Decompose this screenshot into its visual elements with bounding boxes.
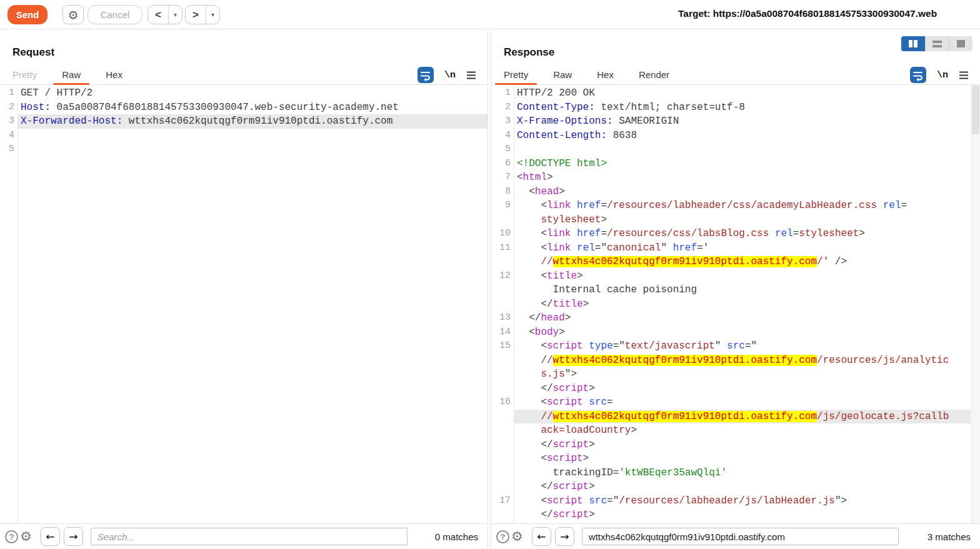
gear-icon: ⚙ xyxy=(68,8,78,22)
code-line: Internal cache poisoning xyxy=(491,283,980,297)
line-number: 9 xyxy=(491,199,514,213)
line-number: 8 xyxy=(491,185,514,199)
request-match-count: 0 matches xyxy=(435,532,478,542)
code-line: 8<head> xyxy=(491,185,980,199)
show-newlines-toggle[interactable]: \n xyxy=(937,70,948,81)
line-number: 2 xyxy=(0,101,18,115)
line-number: 6 xyxy=(491,157,514,171)
code-line: //wttxhs4c062kqutqgf0rm91iv910ptdi.oasti… xyxy=(491,354,980,368)
code-line: 10<link href=/resources/css/labsBlog.css… xyxy=(491,227,980,241)
previous-match-button[interactable]: ← xyxy=(41,527,60,546)
line-number xyxy=(491,283,514,297)
layout-rows-button[interactable] xyxy=(925,36,949,51)
line-number: 2 xyxy=(491,101,514,115)
line-number xyxy=(491,297,514,312)
line-number: 3 xyxy=(491,114,514,129)
response-panel: Response Pretty Raw Hex Render \n 1HTTP/… xyxy=(491,30,980,549)
gear-icon: ⚙ xyxy=(20,529,32,544)
code-line: 4Content-Length: 8638 xyxy=(491,129,980,143)
code-line: 13</head> xyxy=(491,311,980,325)
gear-icon: ⚙ xyxy=(511,529,523,544)
request-panel-title: Request xyxy=(12,46,54,59)
forward-dropdown-button[interactable]: ▾ xyxy=(206,6,219,24)
tab-response-pretty[interactable]: Pretty xyxy=(495,65,537,84)
gutter-divider xyxy=(18,85,18,523)
word-wrap-toggle[interactable] xyxy=(418,67,434,83)
tab-response-raw[interactable]: Raw xyxy=(544,65,581,84)
line-number: 3 xyxy=(0,114,18,129)
line-number: 11 xyxy=(491,241,514,255)
word-wrap-toggle[interactable] xyxy=(910,67,926,83)
top-toolbar: Send ⚙ Cancel < ▾ > ▾ Target: https://0a… xyxy=(0,0,980,29)
single-layout-icon xyxy=(957,40,965,47)
arrow-right-icon: → xyxy=(69,530,78,543)
arrow-left-icon: ← xyxy=(46,530,54,543)
line-number xyxy=(491,255,514,269)
show-newlines-toggle[interactable]: \n xyxy=(444,70,456,81)
code-line: </script> xyxy=(491,382,980,396)
code-line: ack=loadCountry> xyxy=(491,423,980,438)
back-dropdown-button[interactable]: ▾ xyxy=(168,6,182,24)
line-number xyxy=(491,438,514,452)
line-number: 15 xyxy=(491,339,514,354)
cancel-button[interactable]: Cancel xyxy=(88,5,142,24)
send-button[interactable]: Send xyxy=(8,5,48,24)
tab-response-hex[interactable]: Hex xyxy=(588,65,622,84)
code-line: </script> xyxy=(491,508,980,522)
scrollbar[interactable] xyxy=(971,85,980,523)
request-settings-button[interactable]: ⚙ xyxy=(62,5,84,24)
response-editor-icons: \n xyxy=(910,66,969,84)
back-button[interactable]: < xyxy=(148,6,168,24)
line-number: 4 xyxy=(0,129,18,143)
columns-layout-icon xyxy=(914,40,918,47)
line-number xyxy=(491,410,514,424)
search-settings-button[interactable]: ⚙ xyxy=(511,529,523,544)
code-line: //wttxhs4c062kqutqgf0rm91iv910ptdi.oasti… xyxy=(491,410,980,424)
arrow-right-icon: → xyxy=(560,530,569,543)
code-line: </title> xyxy=(491,297,980,312)
line-number: 16 xyxy=(491,395,514,410)
response-search-bar: ? ⚙ ← → 3 matches xyxy=(491,523,980,549)
tab-request-hex[interactable]: Hex xyxy=(97,65,131,84)
request-editor[interactable]: 1GET / HTTP/22Host: 0a5a008704f680188145… xyxy=(0,85,488,523)
editor-menu-button[interactable] xyxy=(466,71,476,79)
help-icon[interactable]: ? xyxy=(5,530,18,543)
line-number xyxy=(491,508,514,522)
rows-layout-icon xyxy=(932,41,942,47)
scrollbar-thumb[interactable] xyxy=(972,86,979,134)
code-line: stylesheet> xyxy=(491,213,980,227)
line-number: 4 xyxy=(491,129,514,143)
code-line: 7<html> xyxy=(491,171,980,185)
line-number xyxy=(491,367,514,382)
code-line: 12<title> xyxy=(491,269,980,284)
code-line: 2Host: 0a5a008704f680188145753300930047.… xyxy=(0,101,488,115)
tab-request-raw[interactable]: Raw xyxy=(53,65,89,84)
target-label: Target: https://0a5a008704f6801881457533… xyxy=(678,8,937,19)
search-settings-button[interactable]: ⚙ xyxy=(20,529,32,544)
request-tabs: Pretty Raw Hex xyxy=(0,65,488,85)
code-line: //wttxhs4c062kqutqgf0rm91iv910ptdi.oasti… xyxy=(491,255,980,269)
layout-single-button[interactable] xyxy=(949,36,972,51)
request-search-input[interactable] xyxy=(91,528,408,545)
code-line: 6<!DOCTYPE html> xyxy=(491,157,980,171)
tab-request-pretty[interactable]: Pretty xyxy=(4,65,46,84)
response-search-input[interactable] xyxy=(582,528,899,545)
tab-response-render[interactable]: Render xyxy=(630,65,678,84)
response-editor[interactable]: 1HTTP/2 200 OK2Content-Type: text/html; … xyxy=(491,85,980,523)
code-line: 5 xyxy=(0,142,488,157)
line-number xyxy=(491,213,514,227)
gutter-divider xyxy=(514,85,514,523)
next-match-button[interactable]: → xyxy=(64,527,83,546)
previous-match-button[interactable]: ← xyxy=(532,527,551,546)
help-icon[interactable]: ? xyxy=(496,530,509,543)
layout-columns-button[interactable] xyxy=(901,36,925,51)
editor-menu-button[interactable] xyxy=(959,71,969,79)
code-line: <script> xyxy=(491,452,980,466)
forward-button[interactable]: > xyxy=(186,6,206,24)
line-number xyxy=(491,382,514,396)
chevron-down-icon: ▾ xyxy=(211,11,214,18)
code-line: 11<link rel="canonical" href=' xyxy=(491,241,980,255)
code-line: 1HTTP/2 200 OK xyxy=(491,86,980,101)
code-line: 4 xyxy=(0,129,488,143)
next-match-button[interactable]: → xyxy=(555,527,574,546)
